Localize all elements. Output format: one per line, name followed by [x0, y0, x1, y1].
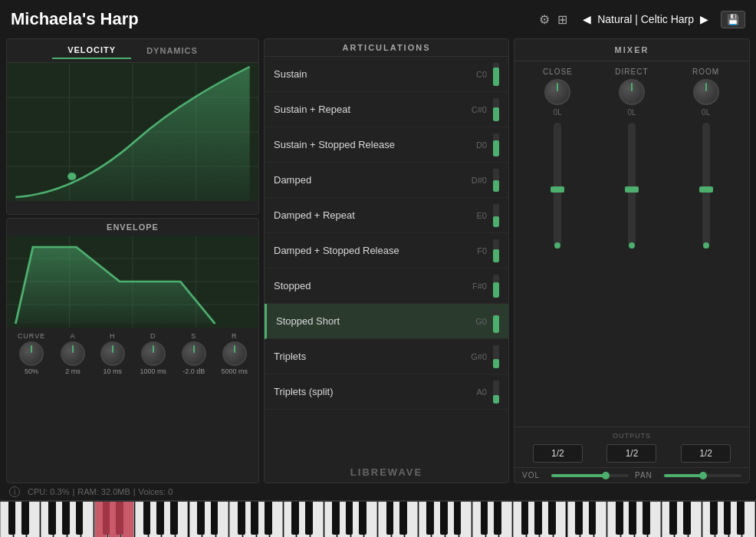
black-key-36[interactable] [494, 502, 501, 535]
preset-display: ◀ Natural | Celtic Harp ▶ 💾 [583, 11, 745, 28]
black-key-7[interactable] [103, 502, 110, 535]
black-key-45[interactable] [616, 502, 623, 535]
channel-knob-2[interactable] [693, 79, 719, 105]
black-key-11[interactable] [156, 502, 164, 535]
preset-nav-next[interactable]: ▶ [700, 13, 708, 25]
black-key-39[interactable] [534, 502, 542, 535]
articulation-item-8[interactable]: Triplets G#0 [265, 339, 508, 374]
black-key-42[interactable] [575, 502, 583, 535]
black-key-5[interactable] [76, 502, 84, 535]
black-key-49[interactable] [669, 502, 677, 535]
save-button[interactable]: 💾 [721, 11, 745, 28]
articulation-bar-fill-5 [493, 249, 499, 262]
articulation-item-1[interactable]: Sustain + Repeat C#0 [265, 92, 508, 127]
articulation-item-3[interactable]: Damped D#0 [265, 163, 508, 198]
tab-dynamics[interactable]: DYNAMICS [131, 42, 213, 59]
knob-curve-label: CURVE [18, 332, 45, 340]
articulation-item-2[interactable]: Sustain + Stopped Release D0 [265, 127, 508, 163]
black-key-14[interactable] [197, 502, 205, 535]
black-key-33[interactable] [454, 502, 462, 535]
black-key-47[interactable] [643, 502, 650, 535]
articulation-item-5[interactable]: Damped + Stopped Release F0 [265, 233, 508, 268]
black-key-26[interactable] [359, 502, 366, 535]
black-key-35[interactable] [481, 502, 488, 535]
grid-icon[interactable]: ⊞ [557, 12, 567, 27]
knob-a-label: A [70, 332, 75, 340]
black-key-50[interactable] [683, 502, 691, 535]
knob-s-dial[interactable] [182, 341, 206, 366]
articulation-bar-fill-0 [493, 68, 499, 86]
black-key-46[interactable] [629, 502, 636, 535]
channel-db-0: 0L [554, 108, 562, 117]
black-key-53[interactable] [724, 502, 731, 535]
white-key-16[interactable] [216, 502, 229, 537]
fader-handle-1[interactable] [625, 186, 639, 193]
white-key-34[interactable] [459, 502, 472, 537]
black-key-43[interactable] [589, 502, 597, 535]
black-key-24[interactable] [332, 502, 340, 535]
black-key-19[interactable] [265, 502, 272, 535]
black-key-12[interactable] [170, 502, 178, 535]
preset-nav-prev[interactable]: ◀ [583, 13, 591, 25]
articulation-item-4[interactable]: Damped + Repeat E0 [265, 198, 508, 233]
tab-velocity[interactable]: VELOCITY [52, 42, 131, 59]
white-key-6[interactable] [81, 502, 94, 537]
pan-slider[interactable] [664, 474, 741, 477]
main-area: VELOCITY DYNAMICS [0, 38, 756, 483]
black-key-10[interactable] [143, 502, 151, 535]
articulation-bar-fill-6 [493, 282, 499, 298]
black-key-1[interactable] [21, 502, 29, 535]
knob-h-dial[interactable] [100, 341, 125, 366]
pan-handle[interactable] [699, 472, 707, 479]
settings-icon[interactable]: ⚙ [539, 12, 550, 27]
black-key-25[interactable] [346, 502, 353, 535]
knob-a-dial[interactable] [61, 341, 85, 366]
mixer-channel-room: ROOM 0L [679, 68, 733, 420]
articulation-item-7[interactable]: Stopped Short G0 [265, 304, 508, 339]
articulation-bar-3 [493, 169, 499, 192]
black-key-52[interactable] [710, 502, 718, 535]
black-key-40[interactable] [548, 502, 556, 535]
envelope-graph [7, 236, 258, 328]
black-key-4[interactable] [62, 502, 70, 535]
black-key-15[interactable] [211, 502, 219, 535]
articulation-bar-5 [493, 239, 499, 262]
black-key-31[interactable] [426, 502, 434, 535]
channel-knob-1[interactable] [619, 79, 645, 105]
vol-slider[interactable] [551, 474, 629, 477]
fader-track-0[interactable] [554, 123, 561, 245]
outputs-label: OUTPUTS [521, 432, 743, 440]
fader-handle-0[interactable] [551, 186, 564, 193]
articulation-item-9[interactable]: Triplets (split) A0 [265, 374, 508, 410]
black-key-18[interactable] [251, 502, 258, 535]
black-key-8[interactable] [116, 502, 123, 535]
output-select-2[interactable]: 1/2 [681, 444, 731, 463]
output-select-1[interactable]: 1/2 [606, 444, 656, 463]
articulation-item-6[interactable]: Stopped F#0 [265, 268, 508, 304]
articulation-key-7: G0 [475, 317, 487, 326]
knob-curve-dial[interactable] [19, 341, 44, 366]
black-key-21[interactable] [291, 502, 299, 535]
output-select-0[interactable]: 1/2 [533, 444, 583, 463]
black-key-17[interactable] [238, 502, 245, 535]
black-key-29[interactable] [399, 502, 407, 535]
knob-d-dial[interactable] [141, 341, 166, 366]
black-key-28[interactable] [386, 502, 394, 535]
info-icon[interactable]: i [9, 486, 20, 497]
black-key-0[interactable] [8, 502, 16, 535]
channel-knob-0[interactable] [544, 79, 570, 105]
fader-handle-2[interactable] [699, 186, 713, 193]
piano-keyboard: C-1C0C1C2C3C4C5C6 [0, 500, 756, 537]
white-key-44[interactable] [594, 502, 607, 537]
black-key-3[interactable] [48, 502, 56, 535]
articulation-bar-fill-8 [493, 359, 499, 368]
vol-handle[interactable] [602, 472, 610, 479]
black-key-38[interactable] [521, 502, 529, 535]
black-key-54[interactable] [737, 502, 744, 535]
black-key-32[interactable] [440, 502, 448, 535]
fader-track-1[interactable] [628, 123, 636, 245]
articulation-item-0[interactable]: Sustain C0 [265, 57, 508, 92]
fader-track-2[interactable] [702, 123, 710, 245]
knob-r-dial[interactable] [222, 341, 247, 366]
black-key-22[interactable] [305, 502, 313, 535]
